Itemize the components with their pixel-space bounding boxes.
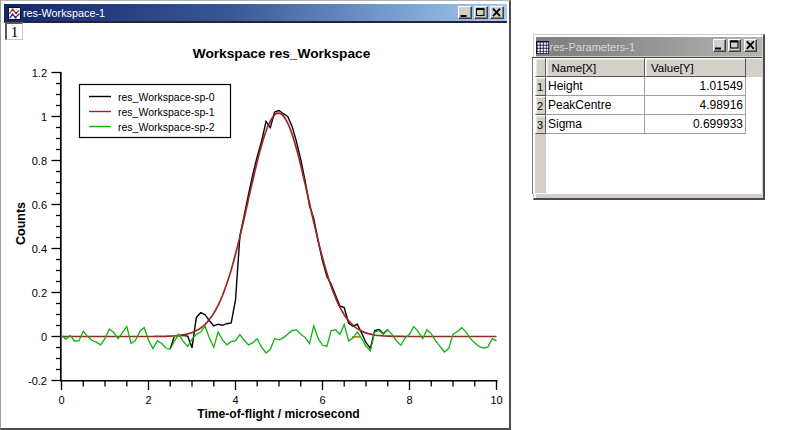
svg-text:8: 8 xyxy=(406,394,412,406)
svg-text:2: 2 xyxy=(145,394,151,406)
svg-text:res_Workspace-sp-0: res_Workspace-sp-0 xyxy=(118,91,215,103)
svg-text:0.6: 0.6 xyxy=(32,199,47,211)
svg-text:0.8: 0.8 xyxy=(32,155,47,167)
svg-text:6: 6 xyxy=(319,394,325,406)
svg-text:1: 1 xyxy=(41,111,47,123)
svg-text:0.4: 0.4 xyxy=(32,243,47,255)
svg-text:0.2: 0.2 xyxy=(32,287,47,299)
svg-text:Workspace res_Workspace: Workspace res_Workspace xyxy=(193,46,371,61)
svg-text:res_Workspace-sp-2: res_Workspace-sp-2 xyxy=(118,121,215,133)
svg-text:10: 10 xyxy=(490,394,502,406)
svg-text:0: 0 xyxy=(58,394,64,406)
svg-text:Counts: Counts xyxy=(14,202,28,245)
svg-text:0: 0 xyxy=(41,331,47,343)
svg-text:res_Workspace-sp-1: res_Workspace-sp-1 xyxy=(118,106,215,118)
svg-text:4: 4 xyxy=(232,394,238,406)
svg-text:1.2: 1.2 xyxy=(32,67,47,79)
svg-text:Time-of-flight / microsecond: Time-of-flight / microsecond xyxy=(197,407,359,421)
svg-text:-0.2: -0.2 xyxy=(28,375,47,387)
